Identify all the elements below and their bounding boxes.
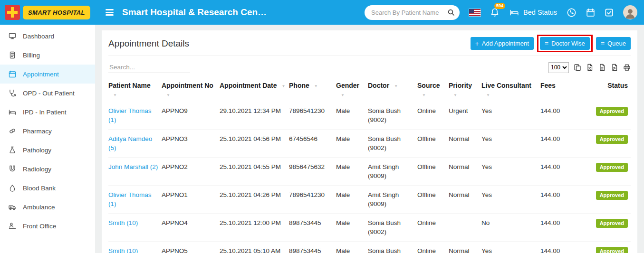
sidebar-item-ipd-in-patient[interactable]: IPD - In Patient <box>0 103 95 122</box>
hospital-cross-icon <box>5 5 20 20</box>
patient-link[interactable]: John Marshall (2) <box>108 163 158 170</box>
patient-search[interactable] <box>365 5 460 20</box>
queue-label: Queue <box>607 40 626 47</box>
page-size-select[interactable]: 100 <box>548 62 569 73</box>
excel-export-icon[interactable] <box>586 64 594 71</box>
column-header-priority[interactable]: Priority▼ <box>449 77 481 102</box>
cell-patient: Olivier Thomas (1) <box>108 185 162 213</box>
status-badge: Approved <box>596 247 628 253</box>
sort-icon: ▼ <box>282 82 286 91</box>
sidebar-item-opd-out-patient[interactable]: OPD - Out Patient <box>0 84 95 103</box>
csv-export-icon[interactable] <box>598 64 606 71</box>
list-icon: ≡ <box>545 40 548 47</box>
copy-icon[interactable] <box>574 64 581 71</box>
column-header-source[interactable]: Source▼ <box>417 77 449 102</box>
patient-link[interactable]: Olivier Thomas (1) <box>108 107 152 123</box>
sidebar-item-pathology[interactable]: Pathology <box>0 141 95 159</box>
cell-phone: 9856475632 <box>289 157 336 185</box>
plus-icon: + <box>475 40 479 47</box>
search-icon[interactable] <box>447 9 455 16</box>
appointment-card: Appointment Details + Add Appointment ≡ … <box>102 30 637 253</box>
sidebar-item-label: OPD - Out Patient <box>23 90 75 97</box>
cell-patient: Smith (10) <box>108 241 162 253</box>
app-logo[interactable]: SMART HOSPITAL <box>0 5 99 20</box>
cell-priority <box>449 213 481 241</box>
column-header-doctor[interactable]: Doctor▼ <box>368 77 417 102</box>
cell-priority: Normal <box>449 185 481 213</box>
sidebar-item-pharmacy[interactable]: Pharmacy <box>0 122 95 141</box>
column-header-gender[interactable]: Gender▼ <box>336 77 368 102</box>
cell-fees: 144.00 <box>540 241 588 253</box>
whatsapp-icon[interactable] <box>567 8 577 18</box>
cell-patient: Olivier Thomas (1) <box>108 102 162 130</box>
cell-fees: 144.00 <box>540 157 588 185</box>
column-header-appointment-no[interactable]: Appointment No▼ <box>162 77 220 102</box>
sidebar-item-label: Radiology <box>23 166 51 173</box>
doctor-wise-button[interactable]: ≡ Doctor Wise <box>540 37 590 50</box>
appointments-table: Patient Name▼Appointment No▼Appointment … <box>108 77 631 253</box>
cell-doctor: Sonia Bush (9002) <box>368 213 417 241</box>
table-header-row: Patient Name▼Appointment No▼Appointment … <box>108 77 631 102</box>
cell-gender: Male <box>336 157 368 185</box>
app-title: Smart Hospital & Research Cen… <box>122 7 267 18</box>
sidebar-item-dashboard[interactable]: Dashboard <box>0 27 95 46</box>
cell-doctor: Sonia Bush (9002) <box>368 129 417 157</box>
column-label: Appointment Date <box>220 82 277 89</box>
table-search-input[interactable] <box>108 62 190 73</box>
column-header-live-consultant[interactable]: Live Consultant▼ <box>481 77 540 102</box>
cell-phone: 7896541230 <box>289 102 336 130</box>
column-label: Source <box>417 82 440 89</box>
cell-source: Offline <box>417 185 449 213</box>
cell-status: Approved <box>588 213 631 241</box>
status-badge: Approved <box>596 135 628 144</box>
logo-text: SMART HOSPITAL <box>23 6 90 19</box>
notifications-button[interactable]: 594 <box>490 8 500 17</box>
status-badge: Approved <box>596 107 628 116</box>
front-office-icon <box>9 222 17 230</box>
sidebar-item-front-office[interactable]: Front Office <box>0 216 95 235</box>
queue-button[interactable]: ≡ Queue <box>596 37 631 50</box>
column-header-patient-name[interactable]: Patient Name▼ <box>108 77 162 102</box>
patient-link[interactable]: Aditya Namdeo (5) <box>108 135 152 151</box>
opd-icon <box>9 89 17 97</box>
table-toolbar: 100 <box>108 62 631 73</box>
print-icon[interactable] <box>623 64 631 71</box>
tasks-check-icon[interactable] <box>605 8 614 17</box>
patient-link[interactable]: Smith (10) <box>108 247 138 253</box>
column-header-appointment-date[interactable]: Appointment Date▼ <box>220 77 289 102</box>
sort-icon: ▼ <box>486 91 490 100</box>
column-header-status: Status <box>588 77 631 102</box>
calendar-icon[interactable] <box>586 8 595 17</box>
patient-search-input[interactable] <box>371 9 447 16</box>
cell-phone: 898753445 <box>289 241 336 253</box>
sidebar-item-radiology[interactable]: Radiology <box>0 159 95 178</box>
cell-live-consultant: Yes <box>481 157 540 185</box>
cell-source: Online <box>417 213 449 241</box>
patient-link[interactable]: Olivier Thomas (1) <box>108 191 152 207</box>
add-appointment-button[interactable]: + Add Appointment <box>471 37 534 50</box>
bed-status-button[interactable]: Bed Status <box>509 8 557 17</box>
column-label: Doctor <box>368 82 389 89</box>
menu-toggle-icon[interactable] <box>104 7 115 18</box>
sort-icon: ▼ <box>166 91 170 100</box>
cell-gender: Male <box>336 102 368 130</box>
column-label: Priority <box>449 82 472 89</box>
pdf-export-icon[interactable] <box>611 64 618 71</box>
cell-status: Approved <box>588 157 631 185</box>
cell-gender: Male <box>336 213 368 241</box>
sidebar-item-ambulance[interactable]: Ambulance <box>0 197 95 216</box>
appointment-row: Smith (10)APPNO525.10.2021 05:10 AM89875… <box>108 241 631 253</box>
sort-icon: ▼ <box>113 91 117 100</box>
patient-link[interactable]: Smith (10) <box>108 219 138 226</box>
cell-date: 25.10.2021 04:26 PM <box>220 185 289 213</box>
sidebar-item-billing[interactable]: Billing <box>0 46 95 65</box>
cell-priority: Normal <box>449 129 481 157</box>
cell-status: Approved <box>588 241 631 253</box>
user-avatar[interactable] <box>623 5 637 19</box>
language-flag-icon[interactable] <box>469 9 481 16</box>
annotation-highlight-box: ≡ Doctor Wise <box>537 35 593 52</box>
column-header-phone[interactable]: Phone▼ <box>289 77 336 102</box>
sidebar-item-blood-bank[interactable]: Blood Bank <box>0 178 95 197</box>
sidebar-nav: DashboardBillingAppointmentOPD - Out Pat… <box>0 27 95 235</box>
sidebar-item-appointment[interactable]: Appointment <box>0 65 95 84</box>
